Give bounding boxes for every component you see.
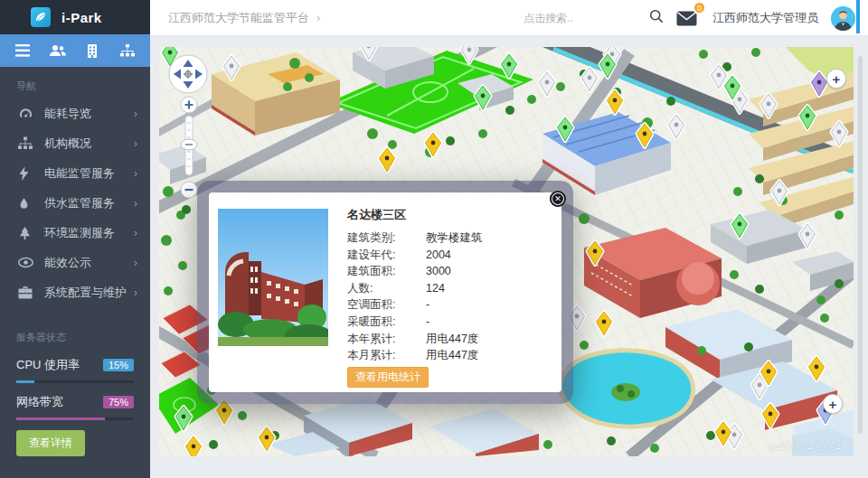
scrollbar-track[interactable] [858, 56, 863, 434]
sidebar-item-label: 机构概况 [44, 136, 134, 152]
chevron-right-icon: › [134, 136, 137, 150]
info-row: 建筑类别:教学楼建筑 [347, 230, 549, 247]
leaf-logo-icon [31, 7, 51, 27]
scrollbar-thumb[interactable] [856, 0, 860, 33]
map-pin-green[interactable] [732, 214, 748, 238]
chevron-right-icon: › [134, 286, 137, 299]
map-pin-yellow[interactable] [588, 241, 603, 265]
map-pin-yellow[interactable] [763, 404, 778, 427]
app-logo-text: i-Park [61, 10, 102, 25]
gauge-icon [18, 106, 33, 121]
info-row: 建设年代:2004 [347, 247, 549, 264]
map-pin-white[interactable] [540, 72, 555, 96]
sidebar-item-label: 能效公示 [44, 255, 134, 271]
map-pin-yellow[interactable] [426, 133, 441, 156]
map-pin-green[interactable] [502, 54, 517, 78]
map-pin-white[interactable] [462, 47, 477, 63]
sidebar-item-label: 系统配置与维护 [44, 285, 134, 301]
info-row: 空调面积:- [347, 296, 549, 314]
user-name[interactable]: 江西师范大学管理员 [712, 10, 818, 26]
orgchart-icon[interactable] [114, 37, 141, 64]
map-pin-yellow[interactable] [380, 148, 395, 172]
cpu-progressbar [16, 380, 134, 383]
map-pan-control[interactable] [168, 54, 208, 98]
map-pin-purple[interactable] [812, 72, 827, 96]
map-watermark: 1:4727 74 92 64 [769, 442, 841, 453]
search-icon[interactable] [649, 9, 664, 27]
server-status-label: 服务器状态 [0, 307, 150, 353]
map-pin-white[interactable] [761, 94, 777, 117]
sidebar-item-label: 环境监测服务 [44, 225, 134, 241]
breadcrumb-title: 江西师范大学节能监管平台 [168, 10, 309, 26]
sidebar-item-power-supervision[interactable]: 电能监管服务 › [0, 158, 150, 188]
map-pin-white[interactable] [669, 115, 684, 138]
map-pin-white[interactable] [582, 68, 598, 91]
view-electricity-stats-button[interactable]: 查看用电统计 [347, 367, 429, 388]
info-row: 本年累计:用电447度 [347, 331, 549, 348]
info-row: 本月累计:用电447度 [347, 347, 549, 364]
cpu-badge: 15% [103, 359, 134, 371]
map-pin-yellow[interactable] [259, 427, 275, 451]
search-input[interactable]: 点击搜索.. [524, 11, 573, 26]
chevron-right-icon: › [134, 107, 137, 120]
droplet-icon [18, 195, 33, 211]
map-pin-white[interactable] [362, 47, 377, 60]
map-pin-white[interactable] [832, 122, 847, 145]
sitemap-icon [18, 136, 33, 151]
bandwidth-stat-row: 网络带宽 75% [0, 390, 150, 412]
bandwidth-progressbar [16, 417, 134, 420]
map-pin-green[interactable] [476, 86, 491, 109]
map-pin-green[interactable] [800, 106, 816, 129]
popup-close-button[interactable]: ✕ [550, 191, 566, 207]
cpu-stat-row: CPU 使用率 15% [0, 353, 150, 375]
info-row: 建筑面积:3000 [347, 263, 549, 280]
sidebar-item-org-overview[interactable]: 机构概况 › [0, 128, 150, 158]
chevron-right-icon: › [134, 226, 137, 239]
map-pin-white[interactable] [224, 56, 240, 80]
map-expand-button-top[interactable]: + [826, 69, 846, 89]
sidebar-item-label: 能耗导览 [44, 106, 134, 122]
users-icon[interactable] [44, 37, 71, 64]
sidebar-item-energy-publicity[interactable]: 能效公示 › [0, 248, 150, 277]
map-pin-yellow[interactable] [637, 124, 653, 147]
bandwidth-badge: 75% [103, 396, 134, 408]
info-row: 人数:124 [347, 280, 549, 297]
sidebar-item-energy-overview[interactable]: 能耗导览 › [0, 98, 150, 128]
map-pin-green[interactable] [176, 407, 192, 430]
bolt-icon [18, 165, 33, 181]
sidebar-item-env-monitoring[interactable]: 环境监测服务 › [0, 218, 150, 248]
nav-section-label: 导航 [0, 67, 150, 98]
map-pin-yellow[interactable] [597, 312, 612, 335]
map-expand-button-bottom[interactable]: + [823, 394, 843, 414]
map-pin-yellow[interactable] [608, 90, 623, 114]
bandwidth-label: 网络带宽 [16, 394, 63, 410]
map-pin-white[interactable] [800, 224, 816, 248]
map-pin-yellow[interactable] [186, 436, 202, 456]
app-window: i-Park 导航 能耗导览 › 机构概况 › [0, 0, 868, 478]
chevron-right-icon: › [134, 166, 137, 180]
info-row: 采暖面积:- [347, 314, 549, 331]
map-zoom-control[interactable] [179, 96, 199, 213]
breadcrumb-chevron-icon: › [316, 11, 320, 24]
sidebar-icon-toolbar [0, 34, 150, 67]
view-details-button[interactable]: 查看详情 [16, 430, 85, 456]
mail-badge: 0 [693, 1, 706, 14]
top-header: 江西师范大学节能监管平台 › 点击搜索.. 0 江西师范大学管理员 [150, 0, 868, 36]
chevron-right-icon: › [134, 256, 137, 269]
menu-icon[interactable] [9, 37, 36, 64]
map-pin-green[interactable] [558, 117, 573, 141]
chevron-right-icon: › [134, 196, 137, 210]
avatar[interactable] [831, 6, 855, 31]
sidebar-item-water-supervision[interactable]: 供水监管服务 › [0, 188, 150, 218]
map-pin-white[interactable] [772, 181, 788, 204]
breadcrumb[interactable]: 江西师范大学节能监管平台 › [168, 10, 320, 26]
mail-icon[interactable]: 0 [676, 6, 700, 30]
map-pin-yellow[interactable] [809, 357, 825, 380]
building-icon[interactable] [79, 37, 106, 64]
tree-icon [18, 225, 33, 240]
building-photo [218, 209, 328, 346]
sidebar-item-system-config[interactable]: 系统配置与维护 › [0, 277, 150, 307]
logo-bar: i-Park [0, 0, 150, 34]
building-info-popup: ✕ [197, 181, 573, 404]
cpu-label: CPU 使用率 [16, 357, 80, 373]
